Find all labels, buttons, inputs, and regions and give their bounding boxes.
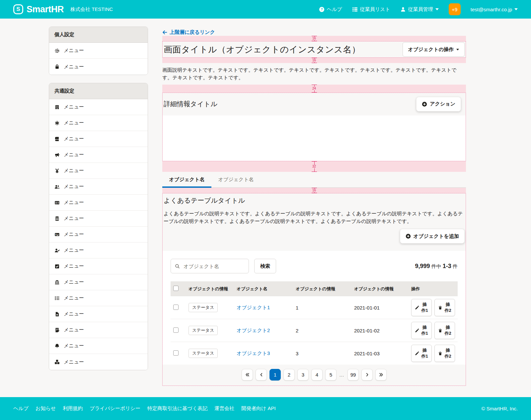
sidebar-item-menu[interactable]: メニュー [49,306,148,322]
next-page-button[interactable] [361,369,373,381]
delete-button[interactable]: 操作2 [434,299,455,316]
common-table-section: よくあるテーブルタイトル よくあるテーブルの説明テキストです。よくあるテーブルの… [162,193,466,386]
tab-object-name-1[interactable]: オブジェクト名 [162,172,211,187]
back-link[interactable]: 上階層に戻るリンク [162,29,215,35]
search-button[interactable]: 検索 [254,259,276,273]
page-button-4[interactable]: 4 [311,369,323,381]
bullhorn-icon [54,152,60,158]
database-icon [54,216,60,221]
detail-info-title: 詳細情報タイトル [164,100,217,108]
footer-link-help[interactable]: ヘルプ [13,405,29,412]
common-table-text: よくあるテーブルタイトル よくあるテーブルの説明テキストです。よくあるテーブルの… [163,193,466,225]
object-link[interactable]: オブジェクト3 [237,350,270,356]
sidebar-item-menu[interactable]: メニュー [49,322,148,338]
sidebar-item-menu[interactable]: メニュー [49,243,148,258]
pagination: 1 2 3 4 5 … 99 [163,365,466,385]
first-page-button[interactable] [242,369,253,381]
footer-link-terms[interactable]: 利用規約 [63,405,83,412]
object-date: 2021-01-02 [351,319,409,342]
page-button-99[interactable]: 99 [347,369,359,381]
object-link[interactable]: オブジェクト2 [237,327,270,333]
table-row: ステータス オブジェクト3 3 2021-01-03 操作1 [171,342,458,365]
page-button-3[interactable]: 3 [297,369,309,381]
sidebar-item-menu[interactable]: $ メニュー [49,227,148,243]
smarthr-logo[interactable]: S SmartHR [13,4,64,15]
account-menu[interactable]: test@smarthr.co.jp [471,7,518,12]
sidebar-item-menu[interactable]: メニュー [49,59,148,75]
object-link[interactable]: オブジェクト1 [237,305,270,310]
pagination-ellipsis: … [339,372,345,378]
delete-button[interactable]: 操作2 [434,345,455,362]
content-area: 個人設定 メニュー メニュー 共通設定 メニュー メニュー メニュー [0,19,531,397]
page-button-1[interactable]: 1 [269,369,281,381]
sidebar-section-personal: 個人設定 メニュー メニュー [49,27,148,75]
footer-link-commerce-law[interactable]: 特定商取引法に基づく表記 [147,405,207,412]
spacing-ruler: 16 [312,36,317,41]
tab-bar: オブジェクト名 オブジェクト名 [162,172,466,188]
users-icon [54,184,60,189]
delete-button[interactable]: 操作2 [434,322,455,339]
sidebar-item-menu[interactable]: メニュー [49,131,148,147]
footer-link-company[interactable]: 運営会社 [214,405,234,412]
action-button[interactable]: アクション [416,97,461,111]
header-nav: ? ヘルプ 従業員リスト 従業員管理 +9 test@smarthr.co.jp [319,3,518,15]
status-badge: ステータス [189,303,218,312]
notification-badge[interactable]: +9 [449,3,461,15]
main-panel: 上階層に戻るリンク 16 画面タイトル（オブジェクトのインスタンス名） オブジェ… [162,27,466,397]
footer-link-developer-api[interactable]: 開発者向け API [241,405,276,412]
sidebar-item-menu[interactable]: メニュー [49,179,148,195]
page-title: 画面タイトル（オブジェクトのインスタンス名） [164,44,360,55]
tab-object-name-2[interactable]: オブジェクト名 [211,172,261,187]
prev-page-button[interactable] [256,369,267,381]
page-button-2[interactable]: 2 [283,369,295,381]
gear-icon [54,48,60,53]
select-all-checkbox[interactable] [173,286,179,291]
page-button-5[interactable]: 5 [325,369,337,381]
status-badge: ステータス [189,349,218,358]
sidebar-item-label: メニュー [64,47,84,54]
sidebar-item-menu[interactable]: メニュー [49,290,148,306]
svg-text:?: ? [321,8,323,11]
spacing-annotation-24: 24 [162,85,466,93]
sidebar-item-menu[interactable]: メニュー [49,274,148,290]
edit-button[interactable]: 操作1 [411,322,432,339]
row-checkbox[interactable] [173,350,179,356]
row-checkbox[interactable] [173,327,179,333]
add-object-button[interactable]: オブジェクトを追加 [400,229,465,244]
chevron-down-icon [514,8,518,10]
sidebar-item-menu[interactable]: メニュー [49,99,148,115]
sidebar-item-menu[interactable]: メニュー [49,258,148,274]
id-card-icon [54,200,60,205]
spacing-ruler: 24 [312,85,317,93]
trash-icon [438,351,442,356]
double-chevron-left-icon [245,373,250,377]
nav-employee-list-label: 従業員リスト [360,6,390,13]
sidebar-item-label: メニュー [64,199,84,206]
page-description: 画面説明テキストです。テキストです。テキストです。テキストです。テキストです。テ… [162,66,466,82]
detail-info-header: 詳細情報タイトル アクション [163,93,466,115]
sidebar-item-menu[interactable]: メニュー [49,147,148,163]
edit-button[interactable]: 操作1 [411,345,432,362]
object-info: 2 [293,319,351,342]
spacing-annotation-16: 16 [162,58,466,63]
footer-link-privacy[interactable]: プライバシーポリシー [90,405,140,412]
last-page-button[interactable] [375,369,387,381]
search-input[interactable] [183,263,245,269]
footer-link-news[interactable]: お知らせ [36,405,56,412]
sidebar-item-menu[interactable]: メニュー [49,163,148,179]
object-actions-dropdown-button[interactable]: オブジェクトの操作 [403,42,465,57]
edit-button[interactable]: 操作1 [411,299,432,316]
row-checkbox[interactable] [173,305,179,310]
nav-employee-admin[interactable]: 従業員管理 [400,6,439,13]
sidebar-item-menu[interactable]: メニュー [49,43,148,59]
sidebar: 個人設定 メニュー メニュー 共通設定 メニュー メニュー メニュー [49,27,148,397]
plus-circle-icon [422,102,427,107]
sidebar-item-menu[interactable]: メニュー [49,211,148,227]
sidebar-item-menu[interactable]: メニュー [49,338,148,354]
nav-employee-list[interactable]: 従業員リスト [352,6,390,13]
sidebar-section-common: 共通設定 メニュー メニュー メニュー メニュー メニュー [49,83,148,370]
nav-help[interactable]: ? ヘルプ [319,6,342,13]
sidebar-item-menu[interactable]: メニュー [49,195,148,211]
sidebar-item-menu[interactable]: メニュー [49,354,148,370]
sidebar-item-menu[interactable]: メニュー [49,115,148,131]
